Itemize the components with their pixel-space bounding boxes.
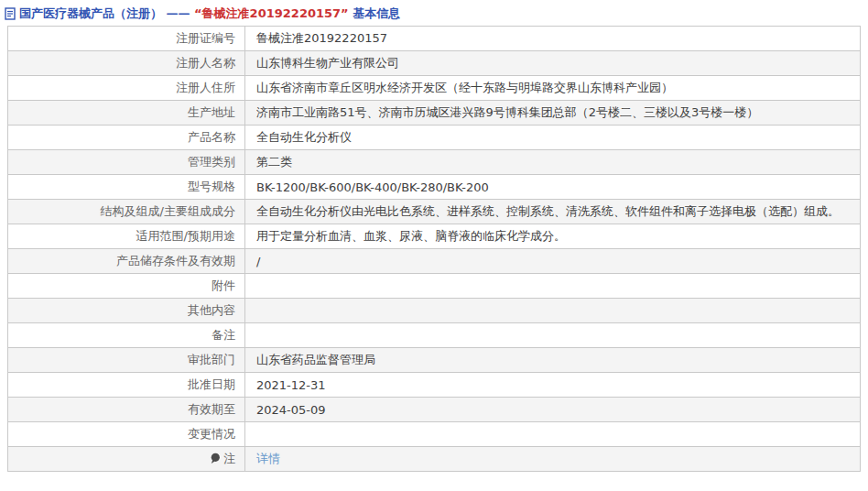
registration-info-table: 注册证编号 鲁械注准20192220157 注册人名称 山东博科生物产业有限公司… (7, 26, 861, 472)
table-row: 有效期至 2024-05-09 (8, 398, 861, 422)
row-label: 注册人名称 (8, 51, 245, 76)
note-row-label: 注 (8, 447, 245, 472)
row-label: 适用范围/预期用途 (8, 224, 245, 249)
table-row: 产品名称 全自动生化分析仪 (8, 125, 861, 150)
row-label: 注册人住所 (8, 76, 245, 101)
row-value: 第二类 (245, 150, 861, 175)
row-label: 产品名称 (8, 125, 245, 150)
row-value: 2024-05-09 (245, 398, 861, 422)
row-value (245, 274, 861, 299)
document-icon (5, 7, 16, 20)
table-row: 注册证编号 鲁械注准20192220157 (8, 27, 861, 51)
table-row: 适用范围/预期用途 用于定量分析血清、血浆、尿液、脑脊液的临床化学成分。 (8, 224, 861, 249)
note-icon (210, 453, 221, 464)
title-suffix: 基本信息 (349, 6, 401, 20)
table-row: 产品储存条件及有效期 / (8, 249, 861, 274)
row-label: 生产地址 (8, 101, 245, 125)
table-row: 管理类别 第二类 (8, 150, 861, 175)
table-row: 审批部门 山东省药品监督管理局 (8, 348, 861, 373)
title-prefix: 国产医疗器械产品（注册） —— (19, 6, 194, 20)
table-row: 结构及组成/主要组成成分 全自动生化分析仪由光电比色系统、进样系统、控制系统、清… (8, 200, 861, 224)
row-label: 有效期至 (8, 398, 245, 422)
row-label: 注册证编号 (8, 27, 245, 51)
table-row: 注册人住所 山东省济南市章丘区明水经济开发区（经十东路与明埠路交界山东博科产业园… (8, 76, 861, 101)
row-value (245, 422, 861, 447)
row-value: 用于定量分析血清、血浆、尿液、脑脊液的临床化学成分。 (245, 224, 861, 249)
row-value: / (245, 249, 861, 274)
row-value: 山东博科生物产业有限公司 (245, 51, 861, 76)
table-row: 备注 (8, 323, 861, 348)
row-value: 济南市工业南路51号、济南市历城区港兴路9号博科集团总部（2号楼二、三楼以及3号… (245, 101, 861, 125)
table-row: 变更情况 (8, 422, 861, 447)
table-row: 型号规格 BK-1200/BK-600/BK-400/BK-280/BK-200 (8, 175, 861, 200)
row-label: 产品储存条件及有效期 (8, 249, 245, 274)
row-label: 管理类别 (8, 150, 245, 175)
row-value: 全自动生化分析仪由光电比色系统、进样系统、控制系统、清洗系统、软件组件和离子选择… (245, 200, 861, 224)
table-row: 批准日期 2021-12-31 (8, 373, 861, 398)
note-row-label-text: 注 (223, 452, 235, 465)
title-highlight: “鲁械注准20192220157” (194, 6, 349, 20)
note-row-value: 详情 (245, 447, 861, 472)
row-label: 型号规格 (8, 175, 245, 200)
table-body: 注册证编号 鲁械注准20192220157 注册人名称 山东博科生物产业有限公司… (8, 27, 861, 447)
table-row-note: 注 详情 (8, 447, 861, 472)
row-label: 变更情况 (8, 422, 245, 447)
row-value: BK-1200/BK-600/BK-400/BK-280/BK-200 (245, 175, 861, 200)
row-label: 附件 (8, 274, 245, 299)
row-label: 审批部门 (8, 348, 245, 373)
row-value (245, 299, 861, 323)
detail-link[interactable]: 详情 (256, 452, 280, 465)
table-row: 生产地址 济南市工业南路51号、济南市历城区港兴路9号博科集团总部（2号楼二、三… (8, 101, 861, 125)
row-value: 山东省济南市章丘区明水经济开发区（经十东路与明埠路交界山东博科产业园） (245, 76, 861, 101)
table-row: 其他内容 (8, 299, 861, 323)
row-value (245, 323, 861, 348)
row-value: 鲁械注准20192220157 (245, 27, 861, 51)
page-title: 国产医疗器械产品（注册） —— “鲁械注准20192220157” 基本信息 (19, 5, 400, 21)
row-label: 批准日期 (8, 373, 245, 398)
row-label: 结构及组成/主要组成成分 (8, 200, 245, 224)
row-label: 备注 (8, 323, 245, 348)
table-row: 注册人名称 山东博科生物产业有限公司 (8, 51, 861, 76)
page-header: 国产医疗器械产品（注册） —— “鲁械注准20192220157” 基本信息 (0, 0, 868, 26)
row-value: 全自动生化分析仪 (245, 125, 861, 150)
row-value: 山东省药品监督管理局 (245, 348, 861, 373)
row-label: 其他内容 (8, 299, 245, 323)
table-row: 附件 (8, 274, 861, 299)
row-value: 2021-12-31 (245, 373, 861, 398)
